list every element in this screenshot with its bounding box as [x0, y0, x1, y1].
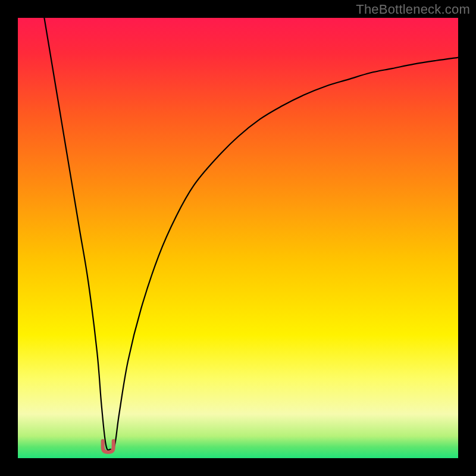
chart-plot-area — [18, 18, 458, 458]
watermark-text: TheBottleneck.com — [356, 2, 470, 17]
minimum-marker — [103, 441, 114, 452]
bottleneck-curve — [18, 18, 458, 458]
